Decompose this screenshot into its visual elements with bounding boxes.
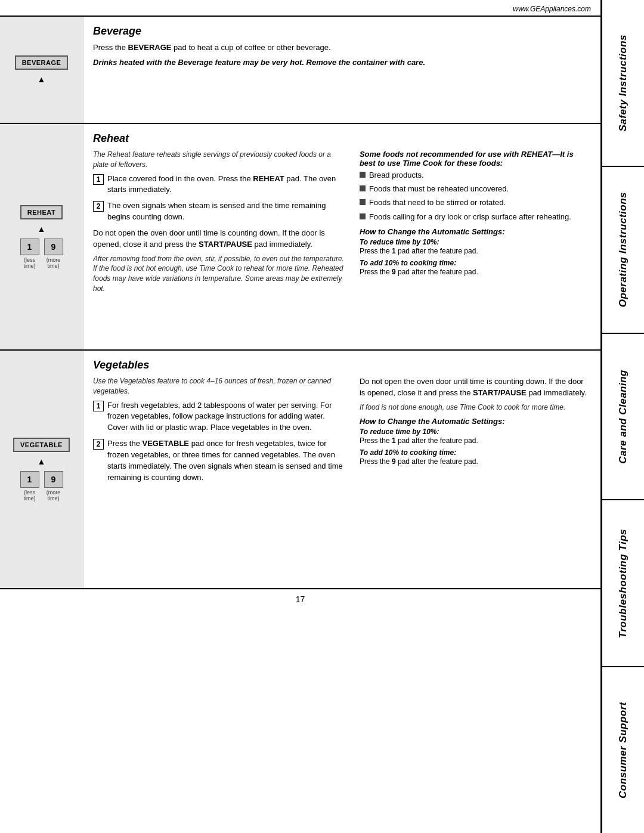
reheat-reduce-body: Press the 1 pad after the feature pad. bbox=[360, 247, 591, 255]
reheat-step2-text: The oven signals when steam is sensed an… bbox=[107, 200, 348, 223]
reheat-body-para1: Do not open the oven door until time is … bbox=[93, 228, 348, 250]
reheat-more-label: (more time) bbox=[43, 257, 64, 269]
reheat-step2-num: 2 bbox=[93, 201, 104, 212]
reheat-italic-para: After removing food from the oven, stir,… bbox=[93, 254, 348, 294]
vegetables-add-body: Press the 9 pad after the feature pad. bbox=[360, 457, 591, 466]
reheat-step1-text: Place covered food in the oven. Press th… bbox=[107, 174, 348, 196]
reheat-section: REHEAT ▲ 1 9 (less time) (more time) Reh… bbox=[0, 124, 600, 351]
reheat-right-col: Some foods not recommended for use with … bbox=[360, 150, 591, 298]
vegetables-step2: 2 Press the VEGETABLE pad once for fresh… bbox=[93, 438, 348, 483]
vegetables-arrow-icon: ▲ bbox=[38, 457, 46, 466]
beverage-button: BEVERAGE bbox=[15, 55, 69, 70]
reheat-bullet-1: Bread products. bbox=[360, 170, 591, 181]
reheat-step1: 1 Place covered food in the oven. Press … bbox=[93, 174, 348, 196]
sidebar-troubleshooting-label: Troubleshooting Tips bbox=[618, 529, 629, 638]
vegetables-two-col: Use the Vegetables feature to cook 4–16 … bbox=[93, 376, 591, 488]
vegetables-step2-num: 2 bbox=[93, 439, 104, 450]
beverage-title: Beverage bbox=[93, 25, 591, 38]
reheat-bullet-icon-2 bbox=[360, 185, 366, 191]
reheat-less-label: (less time) bbox=[19, 257, 41, 269]
reheat-add-label: To add 10% to cooking time: bbox=[360, 259, 591, 267]
page-wrapper: www.GEAppliances.com BEVERAGE ▲ Beverage… bbox=[0, 0, 644, 833]
beverage-arrow-icon: ▲ bbox=[38, 75, 46, 84]
vegetables-how-to-head: How to Change the Automatic Settings: bbox=[360, 417, 591, 426]
beverage-bold: BEVERAGE bbox=[128, 43, 172, 52]
reheat-button: REHEAT bbox=[20, 205, 63, 219]
vegetables-section: VEGETABLE ▲ 1 9 (less time) (more time) … bbox=[0, 351, 600, 589]
website-header: www.GEAppliances.com bbox=[0, 0, 600, 17]
sidebar-operating: Operating Instructions bbox=[602, 167, 644, 334]
main-content: www.GEAppliances.com BEVERAGE ▲ Beverage… bbox=[0, 0, 602, 833]
reheat-body: Reheat The Reheat feature reheats single… bbox=[83, 124, 600, 349]
beverage-press-text: Press the bbox=[93, 43, 128, 52]
vegetables-body: Vegetables Use the Vegetables feature to… bbox=[83, 351, 600, 588]
vegetables-right-italic: If food is not done enough, use Time Coo… bbox=[360, 402, 591, 413]
vegetables-add-label: To add 10% to cooking time: bbox=[360, 448, 591, 457]
beverage-warning: Drinks heated with the Beverage feature … bbox=[93, 57, 591, 69]
reheat-bullet-2: Foods that must be reheated uncovered. bbox=[360, 184, 591, 194]
vegetables-less-more: (less time) (more time) bbox=[19, 490, 64, 501]
reheat-subhead: Some foods not recommended for use with … bbox=[360, 150, 591, 168]
reheat-arrow-icon: ▲ bbox=[38, 224, 46, 234]
beverage-body1b: pad to heat a cup of coffee or other bev… bbox=[172, 43, 331, 52]
reheat-num-row: 1 9 bbox=[20, 239, 63, 255]
vegetables-icon-col: VEGETABLE ▲ 1 9 (less time) (more time) bbox=[0, 351, 83, 588]
page-number: 17 bbox=[0, 589, 600, 609]
vegetables-reduce-label: To reduce time by 10%: bbox=[360, 428, 591, 436]
beverage-description: Press the BEVERAGE pad to heat a cup of … bbox=[93, 42, 591, 54]
sidebar-right: Safety Instructions Operating Instructio… bbox=[602, 0, 644, 833]
beverage-section: BEVERAGE ▲ Beverage Press the BEVERAGE p… bbox=[0, 17, 600, 124]
vegetables-title: Vegetables bbox=[93, 359, 591, 371]
vegetables-less-label: (less time) bbox=[19, 490, 41, 501]
reheat-bullet-text-2: Foods that must be reheated uncovered. bbox=[369, 184, 509, 194]
reheat-bullet-3: Foods that need to be stirred or rotated… bbox=[360, 197, 591, 208]
reheat-step2: 2 The oven signals when steam is sensed … bbox=[93, 200, 348, 223]
reheat-less-more: (less time) (more time) bbox=[19, 257, 64, 269]
reheat-reduce-label: To reduce time by 10%: bbox=[360, 238, 591, 246]
vegetables-left-col: Use the Vegetables feature to cook 4–16 … bbox=[93, 376, 348, 488]
reheat-two-col: The Reheat feature reheats single servin… bbox=[93, 150, 591, 298]
reheat-bullet-4: Foods calling for a dry look or crisp su… bbox=[360, 212, 591, 222]
vegetables-reduce-body: Press the 1 pad after the feature pad. bbox=[360, 436, 591, 445]
vegetables-step1-num: 1 bbox=[93, 401, 104, 411]
sidebar-safety: Safety Instructions bbox=[602, 0, 644, 167]
reheat-num1: 1 bbox=[20, 239, 39, 255]
website-url: www.GEAppliances.com bbox=[513, 5, 591, 13]
reheat-add-body: Press the 9 pad after the feature pad. bbox=[360, 268, 591, 276]
sidebar-operating-label: Operating Instructions bbox=[618, 192, 629, 307]
reheat-bullet-text-3: Foods that need to be stirred or rotated… bbox=[369, 197, 506, 208]
reheat-icon-col: REHEAT ▲ 1 9 (less time) (more time) bbox=[0, 124, 83, 349]
reheat-left-col: The Reheat feature reheats single servin… bbox=[93, 150, 348, 298]
vegetables-right-col: Do not open the oven door until time is … bbox=[360, 376, 591, 488]
reheat-step1-num: 1 bbox=[93, 174, 104, 185]
reheat-bullet-text-4: Foods calling for a dry look or crisp su… bbox=[369, 212, 571, 222]
vegetables-button: VEGETABLE bbox=[13, 438, 70, 452]
vegetables-step2-text: Press the VEGETABLE pad once for fresh v… bbox=[107, 438, 348, 483]
sidebar-consumer: Consumer Support bbox=[602, 667, 644, 833]
reheat-bullet-icon-4 bbox=[360, 213, 366, 219]
beverage-icon-col: BEVERAGE ▲ bbox=[0, 17, 83, 123]
sidebar-consumer-label: Consumer Support bbox=[618, 702, 629, 798]
sidebar-troubleshooting: Troubleshooting Tips bbox=[602, 500, 644, 667]
reheat-title: Reheat bbox=[93, 132, 591, 145]
vegetables-step1: 1 For fresh vegetables, add 2 tablespoon… bbox=[93, 400, 348, 434]
vegetables-intro: Use the Vegetables feature to cook 4–16 … bbox=[93, 376, 348, 397]
vegetables-num-row: 1 9 bbox=[20, 471, 63, 488]
vegetables-more-label: (more time) bbox=[43, 490, 64, 501]
reheat-bullet-text-1: Bread products. bbox=[369, 170, 424, 181]
sidebar-care: Care and Cleaning bbox=[602, 334, 644, 501]
vegetables-step1-text: For fresh vegetables, add 2 tablespoons … bbox=[107, 400, 348, 434]
beverage-body: Beverage Press the BEVERAGE pad to heat … bbox=[83, 17, 600, 123]
sidebar-care-label: Care and Cleaning bbox=[618, 370, 629, 464]
reheat-intro: The Reheat feature reheats single servin… bbox=[93, 150, 348, 170]
vegetables-right-body1: Do not open the oven door until time is … bbox=[360, 376, 591, 399]
reheat-num9: 9 bbox=[44, 239, 63, 255]
sidebar-safety-label: Safety Instructions bbox=[618, 35, 629, 132]
reheat-bullet-icon-1 bbox=[360, 172, 366, 178]
reheat-bullet-icon-3 bbox=[360, 199, 366, 205]
vegetables-num1: 1 bbox=[20, 471, 39, 488]
vegetables-num9: 9 bbox=[44, 471, 63, 488]
reheat-bullets: Bread products. Foods that must be rehea… bbox=[360, 170, 591, 222]
reheat-how-to-head: How to Change the Automatic Settings: bbox=[360, 227, 591, 236]
